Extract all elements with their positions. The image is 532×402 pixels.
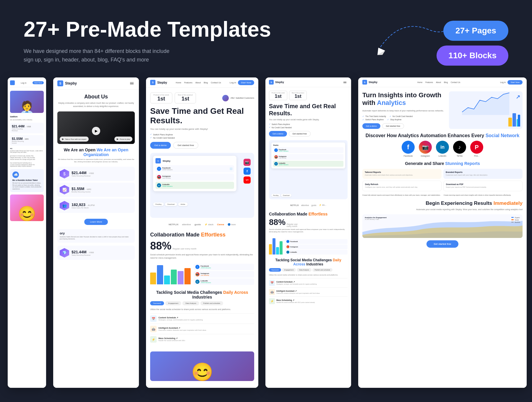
download-pdf-card: Download as PDF Export your reports as P… (443, 181, 523, 191)
tab-teamwork[interactable]: Teamwork (150, 301, 164, 305)
tab-publish-2[interactable]: Publish and schedule (312, 268, 332, 272)
analytics-main-title: Turn Insights into Growth with Analytics (362, 91, 445, 107)
social-icon-tiktok: ♪ TikTok (453, 141, 466, 157)
daily-refresh-card: Daily Refresh Configure your reports onc… (362, 181, 442, 191)
header: 27+ Pre-Made Templates We have designed … (0, 0, 532, 77)
login-link[interactable]: Log in (230, 81, 236, 84)
about-title: About Us (57, 94, 135, 100)
hero-secondary-title: Save Time and Get Real Results. (269, 103, 348, 117)
analytics-started-btn[interactable]: Get started free (382, 123, 404, 129)
get-demo-button-2[interactable]: Get a demo (269, 131, 287, 137)
partial-hero-text: ess accountability, and ur industry. (10, 119, 44, 121)
get-started-button[interactable]: Get started free (173, 142, 199, 149)
get-started-analytics[interactable]: Get started free (426, 240, 458, 248)
template-card-2: S Stepby About Us Stepby embodies a comp… (53, 77, 139, 388)
social-icon-instagram: 📷 Instagram (419, 141, 432, 157)
hamburger-icon[interactable] (130, 81, 135, 86)
partial-story-text2: ger drawn to intrusive ads; instead, the… (10, 155, 44, 161)
nav-links: HomeFeaturesAboutBlogContact Us (176, 82, 221, 84)
pages-badge: 27+ Pages (443, 21, 508, 41)
collab-title: Collaboration Made Effortless (150, 232, 254, 238)
partial-story-text: students Saleh Ahmed and Jakir Hussain..… (10, 150, 44, 154)
discover-title: Discover How Analytics Automation Enhanc… (362, 133, 523, 138)
story-title: ory (60, 231, 132, 235)
begin-title: Begin Experiencing Results Immediately (362, 200, 523, 206)
partial-story-label: ory (10, 147, 44, 149)
branded-reports-card: Branded Reports Customize each report wi… (443, 169, 523, 179)
story-text: students Saleh Ahmed and Jakir Hussain d… (60, 236, 132, 240)
about-text: Stepby embodies a company and culture mu… (57, 102, 135, 108)
template-card-1: Log in Start Now 🧑‍💼 ization ess account… (8, 77, 46, 388)
template-card-4: S Stepby Product of the week 1st Best o (265, 77, 351, 388)
start-now-btn-analytics[interactable]: Start Now (507, 80, 523, 85)
tailored-reports-card: Tailored Reports Automate metrics and ch… (362, 169, 442, 179)
open-org-title: We Are an Open We Are an Open Organizati… (57, 147, 135, 157)
hero-main-title: Save Time and Get Real Results. (150, 106, 254, 125)
svg-marker-1 (374, 46, 385, 55)
partial-be-humble: Be a Humble Action Taker (12, 179, 41, 181)
blocks-badge: 110+ Blocks (437, 46, 508, 66)
challenges-description: Utilize the social media scheduler to sh… (150, 308, 254, 310)
partial-be-humble-text: We don't tie our personal identities to … (12, 182, 41, 190)
hero-main-subtitle: You can totally up your social media gam… (150, 128, 254, 130)
challenges-title: Tackling Social Media Challenges Daily A… (150, 290, 254, 299)
header-badges: 27+ Pages 110+ Blocks (437, 21, 508, 66)
svg-marker-2 (377, 51, 386, 56)
tab-engagement-2[interactable]: Engagement (282, 268, 296, 272)
templates-container: Log in Start Now 🧑‍💼 ization ess account… (0, 77, 532, 388)
tab-engagement[interactable]: Engagement (165, 301, 181, 305)
tab-publish[interactable]: Publish and schedule (200, 301, 223, 305)
partial-story-text3: has evolved beyond marketing into aa sui… (10, 162, 44, 168)
tab-data-2[interactable]: Data Analysis (297, 268, 311, 272)
template-card-5: S Stepby HomeFeaturesAboutBlogContact Us… (358, 77, 527, 388)
tab-data[interactable]: Data Analysis (182, 301, 199, 305)
partial-hero-title: ization (10, 115, 44, 118)
analytics-demo-btn[interactable]: Get a demo (362, 123, 380, 129)
learn-more-button[interactable]: Learn More (84, 219, 108, 225)
social-icon-facebook: f Facebook (402, 141, 415, 157)
brand-logos: NETFLIX attentive gusto ⚡ slack Canva 🔵 … (150, 221, 254, 228)
open-org-text: We believe that this commitment to openn… (57, 158, 135, 163)
hamburger-icon-2[interactable] (343, 80, 348, 84)
generate-reports-title: Generate and Share Stunning Reports (362, 161, 523, 166)
tab-teamwork-2[interactable]: Teamwork (269, 268, 281, 272)
social-icon-linkedin: in LinkedIn (436, 141, 449, 157)
page-subtitle: We have designed more than 84+ different… (24, 47, 177, 64)
page-title: 27+ Pre-Made Templates (24, 18, 271, 41)
social-icon-pinterest: P Pint... (470, 141, 483, 157)
challenges-title-2: Tackling Social Media Challenges DailyAc… (269, 258, 348, 266)
start-now-button[interactable]: Start Now (238, 80, 254, 85)
stepby-logo: S Stepby (57, 80, 77, 86)
template-card-3: S Stepby HomeFeaturesAboutBlogContact Us… (146, 77, 258, 388)
collab-description: Social schedule permission levels and ap… (150, 253, 254, 260)
collab-title-2: Collaboration Made Effortless (269, 212, 348, 216)
get-started-button-2[interactable]: Get started free (289, 131, 311, 137)
get-demo-button[interactable]: Get a demo (150, 142, 171, 149)
